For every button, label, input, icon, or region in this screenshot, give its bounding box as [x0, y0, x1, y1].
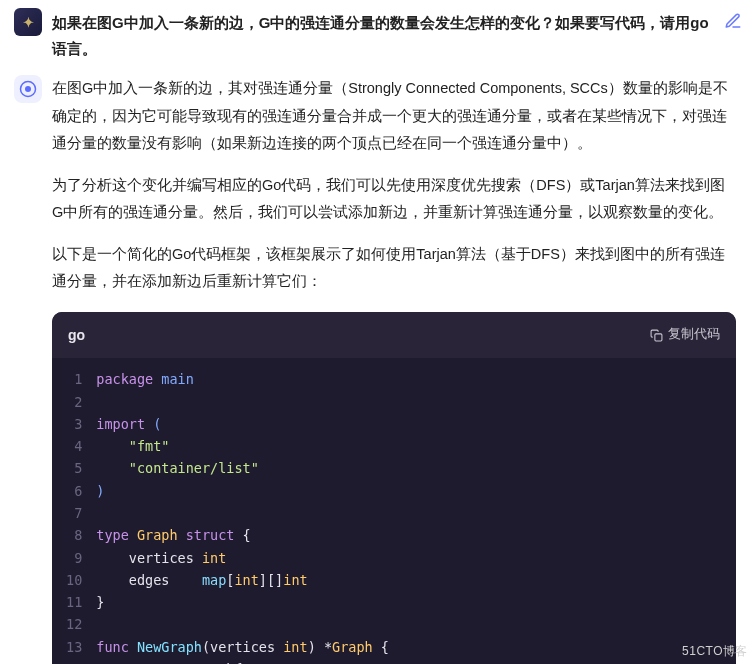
avatar-glyph: ✦ [23, 15, 34, 30]
question-text: 如果在图G中加入一条新的边，G中的强连通分量的数量会发生怎样的变化？如果要写代码… [52, 8, 714, 61]
code-lines: package main import ( "fmt" "container/l… [96, 368, 736, 664]
code-gutter: 1 2 3 4 5 6 7 8 9 10 11 12 13 14 15 16 [52, 368, 96, 664]
code-header: go 复制代码 [52, 312, 736, 359]
answer-paragraph: 为了分析这个变化并编写相应的Go代码，我们可以先使用深度优先搜索（DFS）或Ta… [52, 172, 736, 227]
svg-rect-2 [655, 334, 662, 341]
answer-paragraph: 在图G中加入一条新的边，其对强连通分量（Strongly Connected C… [52, 75, 736, 158]
svg-point-1 [25, 86, 31, 92]
copy-code-label: 复制代码 [668, 323, 720, 347]
user-avatar: ✦ [14, 8, 42, 36]
answer-content: 在图G中加入一条新的边，其对强连通分量（Strongly Connected C… [52, 75, 744, 664]
answer-paragraph: 以下是一个简化的Go代码框架，该框架展示了如何使用Tarjan算法（基于DFS）… [52, 241, 736, 296]
edit-icon[interactable] [724, 12, 742, 30]
code-language-label: go [68, 322, 85, 349]
code-body: 1 2 3 4 5 6 7 8 9 10 11 12 13 14 15 16 p… [52, 358, 736, 664]
assistant-avatar [14, 75, 42, 103]
code-block: go 复制代码 1 2 3 4 5 6 7 8 9 10 11 12 13 14… [52, 312, 736, 664]
copy-code-button[interactable]: 复制代码 [650, 323, 720, 347]
watermark: 51CTO博客 [682, 643, 748, 660]
